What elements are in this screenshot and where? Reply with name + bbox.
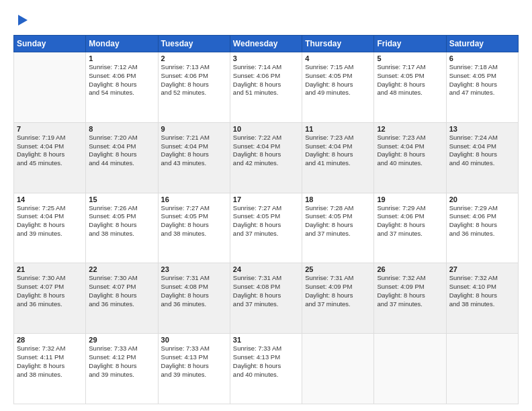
day-info: Sunrise: 7:13 AM Sunset: 4:06 PM Dayligh… <box>161 63 227 97</box>
day-number: 13 <box>449 125 515 133</box>
day-number: 31 <box>233 336 299 344</box>
table-row: 7Sunrise: 7:19 AM Sunset: 4:04 PM Daylig… <box>14 122 86 193</box>
col-thursday: Thursday <box>302 36 374 52</box>
calendar-table: Sunday Monday Tuesday Wednesday Thursday… <box>13 35 519 404</box>
table-row: 13Sunrise: 7:24 AM Sunset: 4:04 PM Dayli… <box>446 122 518 193</box>
day-info: Sunrise: 7:30 AM Sunset: 4:07 PM Dayligh… <box>17 274 83 308</box>
calendar-week-row: 7Sunrise: 7:19 AM Sunset: 4:04 PM Daylig… <box>14 122 519 193</box>
day-info: Sunrise: 7:26 AM Sunset: 4:05 PM Dayligh… <box>89 204 154 238</box>
day-info: Sunrise: 7:32 AM Sunset: 4:09 PM Dayligh… <box>377 274 443 308</box>
header <box>13 12 519 28</box>
calendar-week-row: 28Sunrise: 7:32 AM Sunset: 4:11 PM Dayli… <box>14 334 519 404</box>
day-info: Sunrise: 7:27 AM Sunset: 4:05 PM Dayligh… <box>161 204 227 238</box>
day-number: 4 <box>305 54 371 62</box>
table-row: 29Sunrise: 7:33 AM Sunset: 4:12 PM Dayli… <box>86 334 158 404</box>
day-info: Sunrise: 7:23 AM Sunset: 4:04 PM Dayligh… <box>377 134 443 168</box>
day-info: Sunrise: 7:12 AM Sunset: 4:06 PM Dayligh… <box>89 63 154 97</box>
day-number: 27 <box>449 265 515 273</box>
logo <box>13 12 30 28</box>
day-number: 12 <box>377 125 443 133</box>
table-row <box>374 334 446 404</box>
table-row: 3Sunrise: 7:14 AM Sunset: 4:06 PM Daylig… <box>230 52 302 123</box>
day-number: 30 <box>161 336 227 344</box>
table-row: 31Sunrise: 7:33 AM Sunset: 4:13 PM Dayli… <box>230 334 302 404</box>
day-number: 7 <box>17 125 83 133</box>
table-row: 1Sunrise: 7:12 AM Sunset: 4:06 PM Daylig… <box>86 52 158 123</box>
calendar-week-row: 21Sunrise: 7:30 AM Sunset: 4:07 PM Dayli… <box>14 263 519 334</box>
day-number: 2 <box>161 54 227 62</box>
table-row: 19Sunrise: 7:29 AM Sunset: 4:06 PM Dayli… <box>374 193 446 263</box>
day-info: Sunrise: 7:33 AM Sunset: 4:13 PM Dayligh… <box>233 345 299 379</box>
table-row: 17Sunrise: 7:27 AM Sunset: 4:05 PM Dayli… <box>230 193 302 263</box>
day-number: 16 <box>161 195 227 203</box>
day-number: 6 <box>449 54 515 62</box>
svg-marker-0 <box>18 15 28 26</box>
table-row: 9Sunrise: 7:21 AM Sunset: 4:04 PM Daylig… <box>158 122 230 193</box>
day-info: Sunrise: 7:31 AM Sunset: 4:08 PM Dayligh… <box>161 274 227 308</box>
day-info: Sunrise: 7:28 AM Sunset: 4:05 PM Dayligh… <box>305 204 371 238</box>
col-sunday: Sunday <box>14 36 86 52</box>
day-info: Sunrise: 7:29 AM Sunset: 4:06 PM Dayligh… <box>377 204 443 238</box>
day-number: 15 <box>89 195 154 203</box>
table-row: 30Sunrise: 7:33 AM Sunset: 4:13 PM Dayli… <box>158 334 230 404</box>
table-row: 24Sunrise: 7:31 AM Sunset: 4:08 PM Dayli… <box>230 263 302 334</box>
day-info: Sunrise: 7:32 AM Sunset: 4:11 PM Dayligh… <box>17 345 83 379</box>
day-info: Sunrise: 7:22 AM Sunset: 4:04 PM Dayligh… <box>233 134 299 168</box>
day-info: Sunrise: 7:27 AM Sunset: 4:05 PM Dayligh… <box>233 204 299 238</box>
day-number: 5 <box>377 54 443 62</box>
table-row <box>14 52 86 123</box>
col-monday: Monday <box>86 36 158 52</box>
col-tuesday: Tuesday <box>158 36 230 52</box>
day-info: Sunrise: 7:19 AM Sunset: 4:04 PM Dayligh… <box>17 134 83 168</box>
day-info: Sunrise: 7:33 AM Sunset: 4:12 PM Dayligh… <box>89 345 154 379</box>
day-number: 10 <box>233 125 299 133</box>
day-info: Sunrise: 7:30 AM Sunset: 4:07 PM Dayligh… <box>89 274 154 308</box>
day-number: 17 <box>233 195 299 203</box>
calendar-header-row: Sunday Monday Tuesday Wednesday Thursday… <box>14 36 519 52</box>
col-saturday: Saturday <box>446 36 518 52</box>
table-row: 14Sunrise: 7:25 AM Sunset: 4:04 PM Dayli… <box>14 193 86 263</box>
day-number: 3 <box>233 54 299 62</box>
table-row: 16Sunrise: 7:27 AM Sunset: 4:05 PM Dayli… <box>158 193 230 263</box>
table-row: 20Sunrise: 7:29 AM Sunset: 4:06 PM Dayli… <box>446 193 518 263</box>
table-row: 5Sunrise: 7:17 AM Sunset: 4:05 PM Daylig… <box>374 52 446 123</box>
day-number: 11 <box>305 125 371 133</box>
calendar-week-row: 1Sunrise: 7:12 AM Sunset: 4:06 PM Daylig… <box>14 52 519 123</box>
day-number: 22 <box>89 265 154 273</box>
table-row: 18Sunrise: 7:28 AM Sunset: 4:05 PM Dayli… <box>302 193 374 263</box>
day-number: 23 <box>161 265 227 273</box>
logo-icon <box>15 13 30 28</box>
table-row: 10Sunrise: 7:22 AM Sunset: 4:04 PM Dayli… <box>230 122 302 193</box>
table-row: 4Sunrise: 7:15 AM Sunset: 4:05 PM Daylig… <box>302 52 374 123</box>
day-number: 18 <box>305 195 371 203</box>
table-row: 23Sunrise: 7:31 AM Sunset: 4:08 PM Dayli… <box>158 263 230 334</box>
table-row: 28Sunrise: 7:32 AM Sunset: 4:11 PM Dayli… <box>14 334 86 404</box>
table-row: 26Sunrise: 7:32 AM Sunset: 4:09 PM Dayli… <box>374 263 446 334</box>
day-number: 20 <box>449 195 515 203</box>
day-info: Sunrise: 7:21 AM Sunset: 4:04 PM Dayligh… <box>161 134 227 168</box>
day-info: Sunrise: 7:17 AM Sunset: 4:05 PM Dayligh… <box>377 63 443 97</box>
day-number: 9 <box>161 125 227 133</box>
day-number: 21 <box>17 265 83 273</box>
day-info: Sunrise: 7:20 AM Sunset: 4:04 PM Dayligh… <box>89 134 154 168</box>
day-info: Sunrise: 7:32 AM Sunset: 4:10 PM Dayligh… <box>449 274 515 308</box>
day-number: 25 <box>305 265 371 273</box>
day-info: Sunrise: 7:24 AM Sunset: 4:04 PM Dayligh… <box>449 134 515 168</box>
day-number: 26 <box>377 265 443 273</box>
table-row: 6Sunrise: 7:18 AM Sunset: 4:05 PM Daylig… <box>446 52 518 123</box>
day-info: Sunrise: 7:29 AM Sunset: 4:06 PM Dayligh… <box>449 204 515 238</box>
table-row: 12Sunrise: 7:23 AM Sunset: 4:04 PM Dayli… <box>374 122 446 193</box>
table-row: 25Sunrise: 7:31 AM Sunset: 4:09 PM Dayli… <box>302 263 374 334</box>
day-info: Sunrise: 7:23 AM Sunset: 4:04 PM Dayligh… <box>305 134 371 168</box>
table-row: 15Sunrise: 7:26 AM Sunset: 4:05 PM Dayli… <box>86 193 158 263</box>
day-number: 24 <box>233 265 299 273</box>
col-wednesday: Wednesday <box>230 36 302 52</box>
table-row: 11Sunrise: 7:23 AM Sunset: 4:04 PM Dayli… <box>302 122 374 193</box>
day-number: 29 <box>89 336 154 344</box>
day-number: 1 <box>89 54 154 62</box>
day-info: Sunrise: 7:31 AM Sunset: 4:08 PM Dayligh… <box>233 274 299 308</box>
day-number: 8 <box>89 125 154 133</box>
table-row: 8Sunrise: 7:20 AM Sunset: 4:04 PM Daylig… <box>86 122 158 193</box>
page: Sunday Monday Tuesday Wednesday Thursday… <box>0 0 532 411</box>
day-number: 14 <box>17 195 83 203</box>
